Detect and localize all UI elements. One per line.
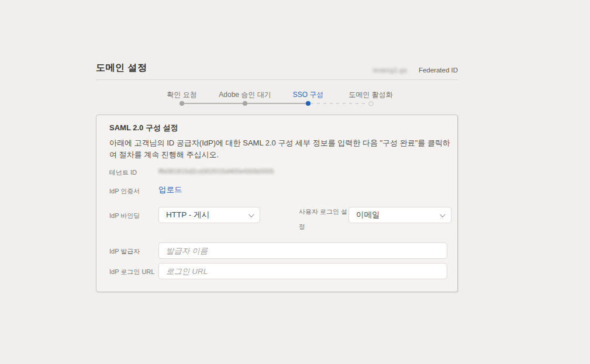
step-dot-domain-activation bbox=[368, 101, 374, 106]
panel-heading: SAML 2.0 구성 설정 bbox=[109, 123, 178, 133]
idp-binding-select[interactable]: HTTP - 게시 bbox=[158, 207, 260, 223]
user-login-selected-value: 이메일 bbox=[356, 210, 380, 220]
idp-binding-selected-value: HTTP - 게시 bbox=[166, 210, 209, 220]
saml-config-panel: SAML 2.0 구성 설정 아래에 고객님의 ID 공급자(IdP)에 대한 … bbox=[96, 115, 458, 292]
id-type-label: Federated ID bbox=[419, 67, 458, 74]
chevron-down-icon bbox=[249, 212, 254, 217]
step-dot-adobe-approval bbox=[243, 101, 247, 106]
tenant-id-value: ffb081815d2cd302015d400e660b0005 bbox=[158, 168, 274, 175]
idp-issuer-label: IdP 발급자 bbox=[109, 247, 140, 256]
step-label-adobe-approval: Adobe 승인 대기 bbox=[219, 90, 271, 100]
idp-login-url-input[interactable] bbox=[158, 263, 447, 279]
step-dot-verify-request bbox=[180, 101, 184, 106]
step-dot-sso-config bbox=[306, 101, 310, 106]
idp-certificate-label: IdP 인증서 bbox=[109, 187, 140, 196]
header-meta: testorg1.ga Federated ID bbox=[96, 67, 458, 74]
step-label-verify-request: 확인 요청 bbox=[167, 90, 196, 100]
step-label-sso-config: SSO 구성 bbox=[293, 90, 324, 100]
upload-certificate-link[interactable]: 업로드 bbox=[158, 185, 182, 195]
step-connector-2-3 bbox=[247, 103, 306, 104]
user-login-setting-label: 사용자 로그인 설정 bbox=[299, 204, 349, 234]
step-label-domain-activation: 도메인 활성화 bbox=[349, 90, 392, 100]
step-connector-1-2 bbox=[184, 103, 243, 104]
idp-binding-label: IdP 바인딩 bbox=[109, 212, 140, 220]
tenant-id-label: 테넌트 ID bbox=[109, 168, 137, 177]
step-connector-3-4 bbox=[310, 103, 368, 104]
chevron-down-icon bbox=[440, 212, 446, 217]
idp-login-url-label: IdP 로그인 URL bbox=[109, 268, 154, 276]
header-divider bbox=[96, 79, 458, 80]
domain-settings-page: 도메인 설정 testorg1.ga Federated ID 확인 요청 Ad… bbox=[0, 0, 590, 364]
panel-description: 아래에 고객님의 ID 공급자(IdP)에 대한 SAML 2.0 구성 세부 … bbox=[109, 137, 451, 161]
org-domain-name: testorg1.ga bbox=[373, 67, 407, 74]
idp-issuer-input[interactable] bbox=[158, 242, 447, 259]
user-login-setting-select[interactable]: 이메일 bbox=[349, 207, 451, 223]
